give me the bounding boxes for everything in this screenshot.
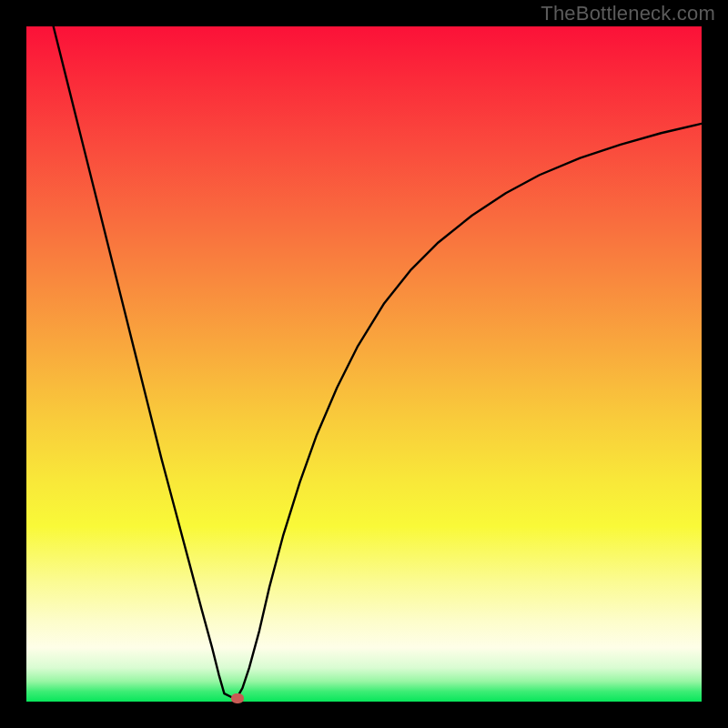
watermark-text: TheBottleneck.com <box>541 2 715 25</box>
chart-frame: TheBottleneck.com <box>0 0 728 728</box>
plot-area <box>26 26 702 702</box>
optimal-marker <box>231 693 244 703</box>
bottleneck-curve <box>26 26 702 702</box>
